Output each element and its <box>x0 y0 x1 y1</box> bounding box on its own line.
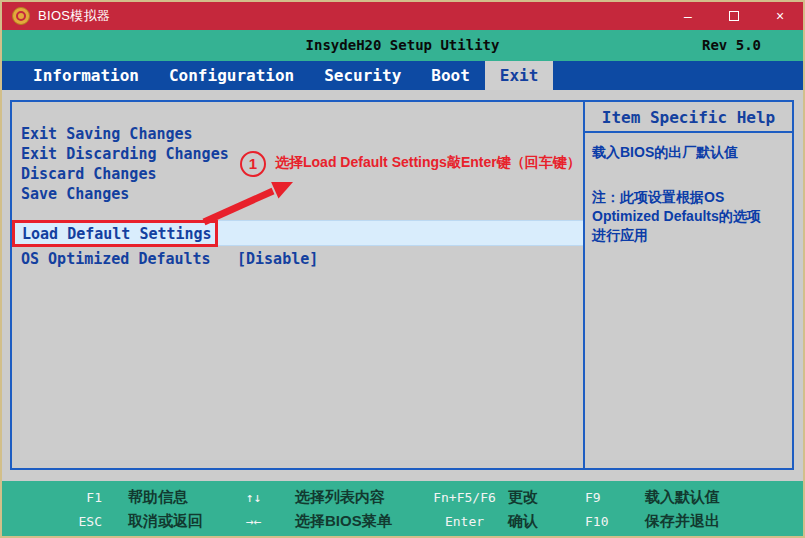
key-enter-label: 确认 <box>506 512 583 531</box>
help-note-line: 进行应用 <box>592 226 785 245</box>
minimize-icon: – <box>684 8 692 24</box>
key-esc: ESC <box>2 514 110 529</box>
help-panel-body: 载入BIOS的出厂默认值 注：此项设置根据OS Optimized Defaul… <box>585 133 792 255</box>
app-logo-icon <box>12 7 30 25</box>
help-panel: Item Specific Help 载入BIOS的出厂默认值 注：此项设置根据… <box>583 100 794 470</box>
help-note-line: 注：此项设置根据OS <box>592 188 785 207</box>
annotation-text: 选择Load Default Settings敲Enter键（回车键） <box>275 154 581 172</box>
close-button[interactable]: × <box>757 2 803 30</box>
key-f1-label: 帮助信息 <box>110 488 246 507</box>
setup-utility-header: InsydeH20 Setup Utility Rev 5.0 <box>2 30 803 61</box>
tab-exit[interactable]: Exit <box>485 61 554 90</box>
key-fn-f5-f6: Fn+F5/F6 <box>423 490 506 505</box>
key-leftright-label: 选择BIOS菜单 <box>293 512 423 531</box>
tutorial-highlight-box: Load Default Settings <box>12 220 218 247</box>
setup-utility-title: InsydeH20 Setup Utility <box>2 30 803 61</box>
menu-item-exit-discarding-changes[interactable]: Exit Discarding Changes <box>21 144 229 164</box>
bios-menu-bar: Information Configuration Security Boot … <box>2 61 803 90</box>
bios-emulator-window: BIOS模拟器 – × InsydeH20 Setup Utility Rev … <box>0 0 805 538</box>
menu-item-discard-changes[interactable]: Discard Changes <box>21 164 156 184</box>
maximize-icon <box>729 11 739 21</box>
os-optimized-defaults-value[interactable]: [Disable] <box>237 249 318 269</box>
help-line: 载入BIOS的出厂默认值 <box>592 143 785 162</box>
revision-label: Rev 5.0 <box>702 30 761 61</box>
key-updown-label: 选择列表内容 <box>293 488 423 507</box>
load-default-settings-label: Load Default Settings <box>15 225 212 243</box>
close-icon: × <box>776 8 784 24</box>
tab-security[interactable]: Security <box>309 61 416 90</box>
minimize-button[interactable]: – <box>665 2 711 30</box>
key-f1: F1 <box>2 490 110 505</box>
help-panel-title: Item Specific Help <box>585 102 792 133</box>
menu-item-save-changes[interactable]: Save Changes <box>21 184 129 204</box>
key-f9-label: 载入默认值 <box>643 488 803 507</box>
key-f10: F10 <box>583 514 643 529</box>
help-note-line: Optimized Defaults的选项 <box>592 207 785 226</box>
key-hints-bar: F1 帮助信息 ↑↓ 选择列表内容 Fn+F5/F6 更改 F9 载入默认值 E… <box>2 481 803 536</box>
key-f10-label: 保存并退出 <box>643 512 803 531</box>
menu-item-exit-saving-changes[interactable]: Exit Saving Changes <box>21 124 193 144</box>
menu-item-os-optimized-defaults[interactable]: OS Optimized Defaults <box>21 249 211 269</box>
key-fn-f5-f6-label: 更改 <box>506 488 583 507</box>
key-f9: F9 <box>583 490 643 505</box>
tab-boot[interactable]: Boot <box>416 61 485 90</box>
tab-configuration[interactable]: Configuration <box>154 61 309 90</box>
key-esc-label: 取消或返回 <box>110 512 246 531</box>
menu-item-load-default-settings[interactable]: Load Default Settings <box>12 220 583 246</box>
key-enter: Enter <box>423 514 506 529</box>
exit-menu-panel: Exit Saving Changes Exit Discarding Chan… <box>10 100 585 470</box>
annotation-step-badge: 1 <box>240 151 266 177</box>
key-updown-icon: ↑↓ <box>246 490 293 505</box>
tab-information[interactable]: Information <box>18 61 154 90</box>
titlebar: BIOS模拟器 – × <box>2 2 803 30</box>
key-leftright-icon: →← <box>246 514 293 529</box>
window-title: BIOS模拟器 <box>38 7 110 25</box>
maximize-button[interactable] <box>711 2 757 30</box>
